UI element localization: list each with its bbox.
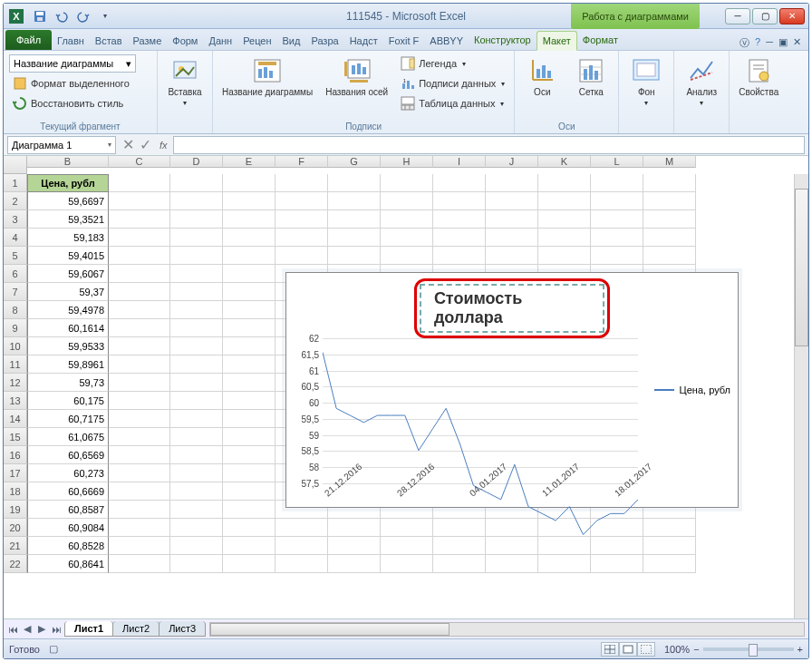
close-button[interactable]: ✕: [779, 8, 805, 24]
cell[interactable]: [381, 247, 433, 265]
cell[interactable]: [170, 392, 223, 410]
column-header[interactable]: K: [538, 156, 591, 168]
cell[interactable]: [109, 355, 170, 374]
cell[interactable]: [223, 482, 276, 501]
cell[interactable]: [486, 192, 538, 210]
macro-record-icon[interactable]: ▢: [49, 643, 58, 655]
cell[interactable]: [109, 283, 170, 301]
cell[interactable]: [223, 464, 276, 482]
cell-data[interactable]: 60,6569: [27, 446, 109, 464]
cancel-icon[interactable]: ✕: [122, 136, 134, 153]
cell[interactable]: [538, 174, 591, 192]
legend-button[interactable]: Легенда▾: [397, 54, 508, 73]
cell[interactable]: [223, 265, 276, 283]
qat-dropdown-icon[interactable]: ▾: [96, 7, 114, 25]
cell[interactable]: [223, 174, 276, 192]
row-header[interactable]: 3: [4, 210, 27, 229]
column-header[interactable]: L: [591, 156, 643, 168]
cell[interactable]: [109, 301, 170, 319]
cell-data[interactable]: 60,8528: [27, 537, 109, 555]
ribbon-tab[interactable]: Разме: [128, 32, 168, 50]
cell[interactable]: [109, 482, 170, 501]
zoom-slider[interactable]: [703, 647, 794, 651]
ribbon-tab[interactable]: Рецен: [237, 32, 276, 50]
cell-data[interactable]: 60,8587: [27, 501, 109, 519]
column-header[interactable]: I: [433, 156, 486, 168]
cell[interactable]: [486, 229, 538, 247]
ribbon-context-tab[interactable]: Конструктор: [469, 31, 536, 50]
row-header[interactable]: 17: [4, 464, 27, 482]
cell-data[interactable]: 59,4015: [27, 247, 109, 265]
cell[interactable]: [276, 537, 328, 555]
cell[interactable]: [486, 174, 538, 192]
cell[interactable]: [109, 229, 170, 247]
row-header[interactable]: 11: [4, 355, 27, 374]
row-header[interactable]: 14: [4, 410, 27, 428]
analysis-button[interactable]: Анализ▾: [680, 54, 723, 109]
row-header[interactable]: 16: [4, 446, 27, 464]
redo-icon[interactable]: [74, 7, 92, 25]
cell[interactable]: [486, 247, 538, 265]
axes-button[interactable]: Оси: [520, 54, 564, 99]
cell[interactable]: [643, 192, 696, 210]
row-header[interactable]: 1: [4, 174, 27, 192]
cell-data[interactable]: 59,9533: [27, 337, 109, 355]
cell-data[interactable]: 59,8961: [27, 355, 109, 374]
cell[interactable]: [170, 501, 223, 519]
cell[interactable]: [223, 410, 276, 428]
insert-button[interactable]: Вставка▾: [163, 54, 207, 109]
cell[interactable]: [223, 392, 276, 410]
cell[interactable]: [276, 247, 328, 265]
cell-data[interactable]: 59,37: [27, 283, 109, 301]
cell[interactable]: [109, 247, 170, 265]
cell[interactable]: [223, 192, 276, 210]
properties-button[interactable]: Свойства: [735, 54, 782, 99]
help-icon[interactable]: ?: [755, 36, 760, 50]
ribbon-tab[interactable]: Главн: [52, 32, 90, 50]
cell[interactable]: [223, 319, 276, 337]
cell[interactable]: [223, 519, 276, 537]
cell[interactable]: [223, 555, 276, 573]
cell[interactable]: [433, 247, 486, 265]
cell[interactable]: [109, 392, 170, 410]
cell-data[interactable]: 59,6067: [27, 265, 109, 283]
cell[interactable]: [591, 229, 643, 247]
cell-data[interactable]: 60,9084: [27, 519, 109, 537]
chart-title-button[interactable]: Название диаграммы: [218, 54, 316, 99]
cell[interactable]: [538, 229, 591, 247]
worksheet-grid[interactable]: BCDEFGHIJKLM 123456789101112131415161718…: [4, 156, 808, 618]
cell[interactable]: [328, 192, 381, 210]
ribbon-tab[interactable]: Встав: [90, 32, 128, 50]
column-header[interactable]: B: [27, 156, 109, 168]
cell[interactable]: [109, 174, 170, 192]
cell-data[interactable]: 60,6669: [27, 482, 109, 501]
cell[interactable]: [170, 229, 223, 247]
row-header[interactable]: 9: [4, 319, 27, 337]
cell[interactable]: [223, 446, 276, 464]
cell[interactable]: [170, 355, 223, 374]
row-header[interactable]: 15: [4, 428, 27, 446]
cell[interactable]: [109, 501, 170, 519]
ribbon-tab[interactable]: Форм: [167, 32, 203, 50]
cell-header[interactable]: Цена, рубл: [27, 174, 109, 192]
file-tab[interactable]: Файл: [5, 30, 52, 50]
maximize-button[interactable]: ▢: [752, 8, 778, 24]
column-header[interactable]: H: [381, 156, 433, 168]
cell[interactable]: [170, 192, 223, 210]
cell[interactable]: [170, 174, 223, 192]
gridlines-button[interactable]: Сетка: [569, 54, 613, 99]
column-header[interactable]: F: [276, 156, 328, 168]
name-box[interactable]: Диаграмма 1▾: [7, 136, 116, 154]
cell[interactable]: [170, 428, 223, 446]
sheet-tab[interactable]: Лист1: [64, 621, 113, 637]
cell[interactable]: [223, 428, 276, 446]
row-header[interactable]: 18: [4, 482, 27, 501]
ribbon-tab[interactable]: Надст: [344, 32, 383, 50]
cell[interactable]: [591, 247, 643, 265]
ribbon-context-tab[interactable]: Формат: [577, 31, 624, 50]
horizontal-scrollbar[interactable]: [209, 622, 805, 637]
row-header[interactable]: 2: [4, 192, 27, 210]
sheet-nav-last[interactable]: ⏭: [49, 622, 63, 637]
cell[interactable]: [433, 210, 486, 229]
background-button[interactable]: Фон▾: [624, 54, 668, 109]
